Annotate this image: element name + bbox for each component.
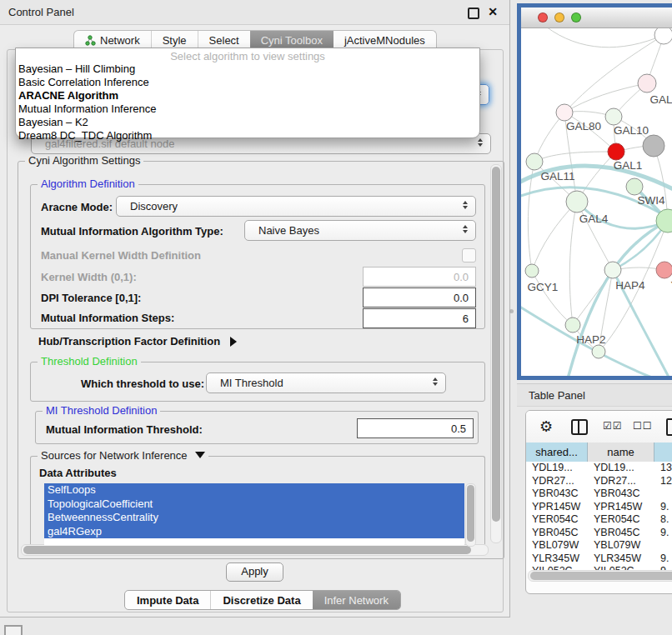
network-node-gal4[interactable] (566, 191, 588, 212)
table-cell: YDR27... (526, 475, 588, 488)
panel-divider-handle[interactable] (509, 309, 514, 313)
minimized-panel-icon[interactable] (4, 625, 23, 635)
node-label: HAP2 (576, 333, 605, 346)
table-cell: YPR145W (526, 501, 588, 514)
dpi-tolerance-field[interactable]: 0.0 (363, 288, 476, 308)
dropdown-item[interactable]: ARACNE Algorithm (16, 89, 479, 102)
dropdown-item[interactable]: Basic Correlation Inference (16, 76, 479, 89)
settings-horizontal-scrollbar[interactable] (21, 544, 489, 556)
dropdown-item[interactable]: Mutual Information Inference (16, 102, 479, 116)
network-node-gal80[interactable] (556, 104, 573, 121)
data-attributes-label: Data Attributes (39, 467, 117, 479)
mi-threshold-field[interactable]: 0.5 (357, 418, 474, 438)
aracne-mode-combobox[interactable]: Discovery (116, 196, 476, 217)
dropdown-item[interactable]: Bayesian – Hill Climbing (16, 62, 479, 76)
network-edge[interactable] (564, 35, 664, 112)
column-header[interactable]: name (588, 442, 654, 462)
network-view-window[interactable]: GALGAL80GAL10GAL1GAL11SWI4GAL4GCY1HAP4YH… (517, 3, 672, 380)
dropdown-item[interactable]: Bayesian – K2 (16, 116, 479, 129)
select-all-icon[interactable]: ☑☑ (603, 420, 623, 432)
which-threshold-combobox[interactable]: MI Threshold (206, 372, 446, 393)
which-threshold-label: Which threshold to use: (81, 378, 204, 390)
table-row[interactable]: YLR345WYLR345W9. (526, 552, 672, 566)
close-icon[interactable]: ✕ (488, 5, 498, 18)
attribute-item[interactable]: SelfLoops (44, 483, 464, 498)
network-node[interactable] (592, 345, 605, 358)
bottom-tab-discretize-data[interactable]: Discretize Data (210, 591, 312, 609)
table-row[interactable]: YBL079WYBL079W (526, 539, 672, 552)
table-body: YDL19...YDL19...13YDR27...YDR27...12YBR0… (526, 462, 672, 571)
deselect-all-icon[interactable]: ☐☐ (633, 420, 653, 432)
network-node-gal11[interactable] (526, 153, 543, 170)
table-cell: YER054C (526, 513, 588, 527)
network-node-gal[interactable] (638, 74, 656, 92)
close-traffic-light[interactable] (538, 12, 548, 22)
settings-vertical-scrollbar[interactable] (490, 164, 502, 543)
table-cell: 9. (654, 501, 672, 514)
bottom-tab-impute-data[interactable]: Impute Data (125, 591, 210, 609)
float-window-icon[interactable] (468, 8, 479, 19)
node-label: HAP4 (615, 279, 645, 292)
aracne-mode-label: Aracne Mode: (41, 201, 113, 213)
network-node-hap2[interactable] (565, 318, 580, 332)
table-row[interactable]: YDR27...YDR27...12 (526, 475, 672, 488)
table-cell: YDL19... (526, 462, 588, 475)
mi-type-combobox[interactable]: Naive Bayes (244, 220, 476, 241)
tab-label: Network (100, 34, 140, 47)
zoom-traffic-light[interactable] (571, 12, 581, 22)
table-row[interactable]: YBR045CYBR045C9. (526, 527, 672, 540)
minimize-traffic-light[interactable] (554, 12, 564, 22)
network-edge[interactable] (534, 152, 616, 162)
network-node-gcy1[interactable] (525, 264, 539, 278)
network-node-gal1[interactable] (608, 143, 624, 160)
table-row[interactable]: YER054CYER054C8. (526, 513, 672, 527)
mi-steps-field[interactable]: 6 (363, 308, 476, 328)
network-edge[interactable] (546, 28, 664, 48)
table-row[interactable]: YPR145WYPR145W9. (526, 501, 672, 514)
network-node-gal10[interactable] (605, 108, 622, 125)
table-cell (654, 488, 672, 501)
column-header[interactable] (654, 442, 672, 462)
attribute-item[interactable]: BetweennessCentrality (44, 511, 464, 525)
table-row[interactable]: YBR043CYBR043C (526, 488, 672, 501)
column-split-icon[interactable] (571, 419, 588, 435)
network-edge[interactable] (564, 83, 647, 112)
dropdown-item[interactable]: Dream8 DC_TDC Algorithm (16, 129, 479, 142)
table-toolbar: ⚙ ☑☑ ☐☐ (526, 411, 672, 443)
gear-icon[interactable]: ⚙ (539, 418, 553, 436)
network-node[interactable] (654, 28, 672, 44)
attributes-scrollbar[interactable] (465, 483, 476, 547)
hub-definition-toggle[interactable]: Hub/Transcription Factor Definition (38, 335, 237, 348)
sources-toggle[interactable]: Sources for Network Inference (38, 449, 208, 462)
network-edge-thick[interactable] (567, 221, 668, 376)
apply-button[interactable]: Apply (226, 562, 283, 582)
mi-threshold-group: MI Threshold Definition Mutual Informati… (35, 411, 479, 444)
bottom-tab-infer-network[interactable]: Infer Network (313, 591, 400, 609)
manual-kernel-checkbox[interactable] (462, 248, 476, 262)
network-node-y[interactable] (656, 262, 672, 278)
network-tab-icon (85, 35, 96, 46)
combo-arrows-icon (463, 225, 468, 233)
attribute-item[interactable]: gal4RGexp (44, 525, 464, 539)
mi-threshold-title: MI Threshold Definition (43, 404, 160, 417)
algorithm-dropdown-list: Bayesian – Hill ClimbingBasic Correlatio… (16, 62, 479, 142)
expand-right-icon (230, 337, 237, 347)
network-canvas[interactable]: GALGAL80GAL10GAL1GAL11SWI4GAL4GCY1HAP4YH… (521, 28, 672, 376)
table-row[interactable]: YDL19...YDL19...13 (526, 462, 672, 475)
network-edge[interactable] (569, 202, 577, 325)
table-horizontal-scrollbar[interactable] (528, 570, 672, 582)
network-node-swi4[interactable] (626, 178, 643, 195)
table-cell (654, 539, 672, 552)
table-cell: YDR27... (588, 475, 654, 488)
kernel-width-field[interactable]: 0.0 (363, 267, 476, 287)
threshold-definition-title: Threshold Definition (38, 355, 141, 368)
network-node[interactable] (643, 135, 664, 157)
file-icon[interactable] (666, 418, 672, 436)
column-header[interactable]: shared... (526, 442, 588, 462)
node-label: GAL11 (540, 170, 574, 182)
network-node-hap4[interactable] (604, 262, 621, 278)
attribute-item[interactable]: TopologicalCoefficient (44, 498, 464, 512)
network-graph: GALGAL80GAL10GAL1GAL11SWI4GAL4GCY1HAP4YH… (521, 28, 672, 376)
table-cell: YLR345W (588, 552, 654, 566)
table-panel-title: Table Panel (529, 389, 585, 402)
